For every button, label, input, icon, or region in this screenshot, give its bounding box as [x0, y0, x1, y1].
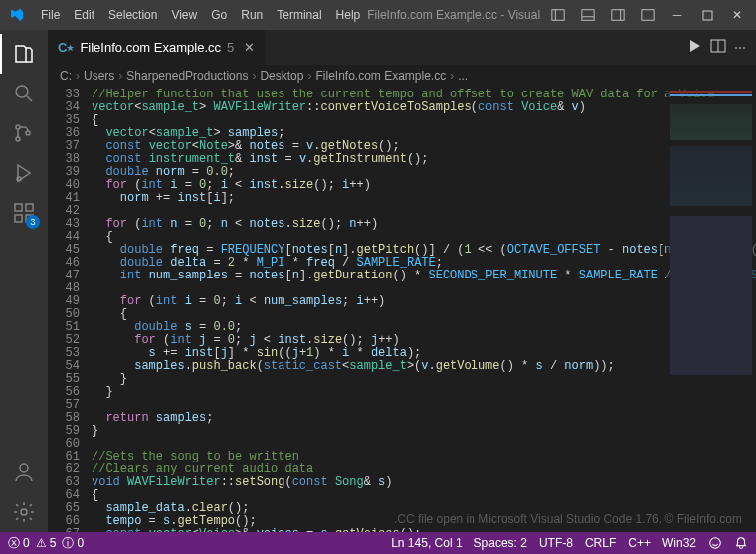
menu-bar: FileEditSelectionViewGoRunTerminalHelp [34, 0, 367, 30]
svg-rect-7 [703, 11, 712, 20]
breadcrumb-segment[interactable]: Desktop [260, 69, 303, 83]
code-line[interactable]: norm += inst[i]; [92, 192, 756, 205]
search-icon[interactable] [0, 74, 48, 113]
window-title: FileInfo.com Example.cc - Visual Studio … [367, 8, 543, 22]
editor-tabs: C٭ FileInfo.com Example.cc 5 ✕ ⋯ [48, 30, 756, 65]
settings-gear-icon[interactable] [0, 492, 48, 532]
watermark-text: .CC file open in Microsoft Visual Studio… [394, 513, 742, 526]
window-close-icon[interactable]: ✕ [722, 0, 752, 30]
status-encoding[interactable]: UTF-8 [539, 536, 573, 550]
svg-line-9 [27, 96, 32, 101]
svg-rect-2 [582, 10, 594, 21]
status-info[interactable]: ⓘ 0 [62, 535, 84, 552]
extensions-badge: 3 [26, 215, 40, 229]
app-icon [0, 7, 34, 23]
status-eol[interactable]: CRLF [585, 536, 616, 550]
layout-toggle-left-icon[interactable] [543, 0, 573, 30]
tab-problem-count: 5 [227, 40, 234, 55]
status-line-col[interactable]: Ln 145, Col 1 [391, 536, 462, 550]
code-line[interactable]: return samples; [92, 412, 756, 425]
svg-point-19 [21, 509, 27, 515]
breadcrumb-segment[interactable]: SharpenedProductions [126, 69, 248, 83]
run-code-icon[interactable] [686, 38, 702, 57]
svg-point-8 [16, 86, 28, 97]
activity-bar: 3 [0, 30, 48, 532]
status-indent[interactable]: Spaces: 2 [474, 536, 527, 550]
svg-point-13 [17, 177, 21, 181]
status-warnings[interactable]: ⚠ 5 [36, 536, 57, 550]
minimap[interactable] [666, 87, 756, 532]
tab-label: FileInfo.com Example.cc [80, 40, 221, 55]
menu-file[interactable]: File [34, 0, 67, 30]
menu-terminal[interactable]: Terminal [270, 0, 328, 30]
svg-point-22 [710, 538, 721, 549]
menu-run[interactable]: Run [234, 0, 270, 30]
code-content[interactable]: //Helper function that uses the current … [92, 87, 756, 532]
status-feedback-icon[interactable] [708, 536, 722, 550]
extensions-icon[interactable]: 3 [0, 193, 48, 233]
code-line[interactable]: } [92, 386, 756, 399]
code-line[interactable]: } [92, 373, 756, 386]
window-minimize-icon[interactable]: ─ [662, 0, 692, 30]
explorer-icon[interactable] [0, 34, 48, 74]
menu-selection[interactable]: Selection [101, 0, 164, 30]
code-line[interactable]: const vector<Voice>& voices = s.getVoice… [92, 528, 756, 532]
cpp-file-icon: C٭ [58, 40, 74, 55]
more-actions-icon[interactable]: ⋯ [734, 41, 746, 55]
svg-rect-4 [612, 10, 624, 21]
svg-rect-0 [552, 10, 564, 21]
breadcrumb-segment[interactable]: ... [458, 69, 468, 83]
svg-point-12 [26, 131, 30, 135]
status-language[interactable]: C++ [628, 536, 651, 550]
menu-help[interactable]: Help [329, 0, 368, 30]
status-platform[interactable]: Win32 [662, 536, 696, 550]
source-control-icon[interactable] [0, 113, 48, 153]
code-line[interactable]: vector<sample_t> WAVFileWriter::convertV… [92, 101, 756, 114]
breadcrumb-segment[interactable]: FileInfo.com Example.cc [315, 69, 446, 83]
code-editor[interactable]: 3334353637383940414243444546474849505152… [48, 87, 756, 532]
breadcrumbs[interactable]: C:›Users›SharpenedProductions›Desktop›Fi… [48, 65, 756, 87]
layout-customize-icon[interactable] [633, 0, 662, 30]
code-line[interactable]: int num_samples = notes[n].getDuration()… [92, 270, 756, 282]
line-number: 67 [48, 528, 80, 532]
breadcrumb-segment[interactable]: C: [60, 69, 72, 83]
menu-go[interactable]: Go [204, 0, 234, 30]
code-line[interactable]: for (int i = 0; i < num_samples; i++) [92, 295, 756, 308]
status-notifications-icon[interactable] [734, 536, 748, 550]
svg-point-11 [16, 137, 20, 141]
status-errors[interactable]: ⓧ 0 [8, 535, 30, 552]
breadcrumb-segment[interactable]: Users [84, 69, 114, 83]
code-line[interactable]: } [92, 425, 756, 438]
title-bar: FileEditSelectionViewGoRunTerminalHelp F… [0, 0, 756, 30]
split-editor-icon[interactable] [710, 38, 726, 57]
svg-point-10 [16, 125, 20, 129]
run-debug-icon[interactable] [0, 153, 48, 193]
tab-close-icon[interactable]: ✕ [244, 40, 255, 55]
layout-toggle-right-icon[interactable] [603, 0, 633, 30]
line-number-gutter: 3334353637383940414243444546474849505152… [48, 87, 92, 532]
code-line[interactable]: void WAVFileWriter::setSong(const Song& … [92, 476, 756, 489]
layout-toggle-bottom-icon[interactable] [573, 0, 603, 30]
code-line[interactable]: for (int n = 0; n < notes.size(); n++) [92, 218, 756, 231]
svg-rect-14 [15, 204, 22, 211]
tab-example-cc[interactable]: C٭ FileInfo.com Example.cc 5 ✕ [48, 30, 266, 65]
menu-view[interactable]: View [164, 0, 204, 30]
svg-rect-6 [642, 10, 654, 21]
window-maximize-icon[interactable] [692, 0, 722, 30]
svg-point-18 [20, 464, 28, 472]
menu-edit[interactable]: Edit [67, 0, 101, 30]
svg-rect-15 [15, 215, 22, 222]
accounts-icon[interactable] [0, 453, 48, 492]
code-line[interactable]: samples.push_back(static_cast<sample_t>(… [92, 360, 756, 373]
status-bar: ⓧ 0 ⚠ 5 ⓘ 0 Ln 145, Col 1 Spaces: 2 UTF-… [0, 532, 756, 554]
svg-rect-17 [26, 204, 33, 211]
